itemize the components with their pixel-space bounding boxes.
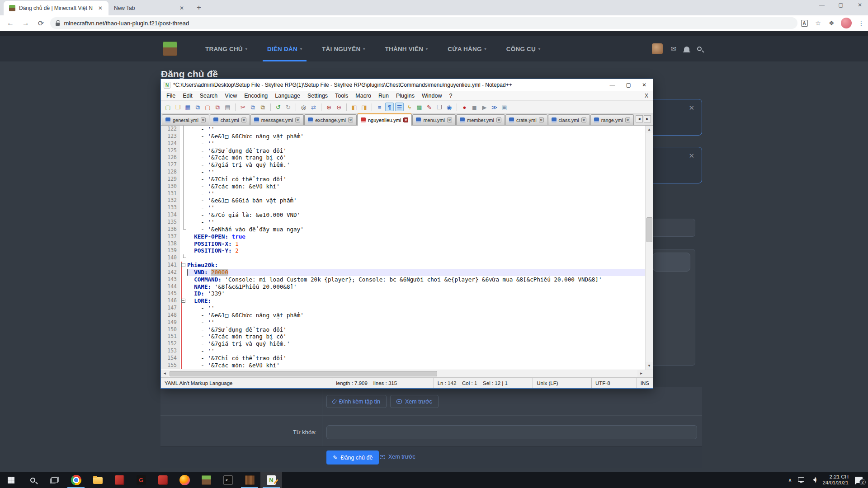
doc-tab-nguyenlieuyml[interactable]: nguyenlieu.yml✕ bbox=[357, 113, 412, 126]
window-minimize-button[interactable]: — bbox=[817, 2, 826, 8]
npp-toolbar-icon-25[interactable]: ¶ bbox=[385, 103, 394, 111]
npp-toolbar-icon-29[interactable]: ✎ bbox=[425, 103, 434, 111]
keyword-input[interactable] bbox=[326, 425, 697, 439]
npp-maximize-button[interactable]: ▢ bbox=[626, 82, 631, 88]
taskbar-button-chrome[interactable] bbox=[65, 472, 87, 488]
fold-margin[interactable] bbox=[180, 326, 187, 333]
fold-margin[interactable] bbox=[180, 247, 187, 254]
npp-menu-encoding[interactable]: Encoding bbox=[241, 93, 271, 99]
npp-toolbar-icon-4[interactable]: ▢ bbox=[203, 103, 212, 111]
back-button[interactable]: ← bbox=[3, 19, 18, 27]
npp-toolbar-icon-10[interactable]: ⧉ bbox=[259, 103, 267, 111]
reload-button[interactable]: ⟳ bbox=[33, 19, 49, 28]
doc-tab-crateyml[interactable]: crate.yml✕ bbox=[505, 114, 547, 125]
doc-tab-rangeyml[interactable]: range.yml✕ bbox=[590, 114, 634, 125]
npp-toolbar-icon-12[interactable]: ↺ bbox=[274, 103, 283, 111]
npp-toolbar-icon-2[interactable]: ▦ bbox=[184, 103, 192, 111]
taskbar-button-garena[interactable]: G bbox=[130, 472, 152, 488]
address-bar[interactable]: minecraftvn.net/thao-luan-plugin.f21/pos… bbox=[50, 17, 797, 29]
doc-tab-exchangeyml[interactable]: exchange.yml✕ bbox=[304, 114, 357, 125]
npp-menu-view[interactable]: View bbox=[221, 93, 241, 99]
npp-toolbar-icon-18[interactable]: ⊕ bbox=[325, 103, 333, 111]
taskbar-button-notepad-plus-plus[interactable]: N bbox=[260, 472, 282, 488]
forward-button[interactable]: → bbox=[18, 19, 33, 27]
npp-toolbar-icon-28[interactable]: ▩ bbox=[415, 103, 424, 111]
nav-item-1[interactable]: DIỄN ĐÀN▾ bbox=[257, 36, 312, 61]
browser-tab-active[interactable]: Đăng chủ đề | Minecraft Việt Nam ✕ bbox=[4, 1, 108, 15]
form-fragment-editor-control[interactable] bbox=[653, 253, 690, 272]
doc-tab-close-icon[interactable]: ✕ bbox=[295, 117, 300, 122]
alert-close-icon[interactable]: ✕ bbox=[689, 104, 694, 112]
fold-margin[interactable] bbox=[180, 183, 187, 190]
npp-toolbar-icon-1[interactable]: ❒ bbox=[174, 103, 182, 111]
window-maximize-button[interactable]: ▢ bbox=[836, 2, 845, 8]
taskbar-button-explorer[interactable] bbox=[87, 472, 108, 488]
taskbar-button-minecraft[interactable] bbox=[195, 472, 217, 488]
fold-margin[interactable] bbox=[180, 133, 187, 140]
fold-margin[interactable] bbox=[180, 269, 187, 276]
fold-margin[interactable] bbox=[180, 161, 187, 169]
npp-toolbar-icon-31[interactable]: ◉ bbox=[445, 103, 453, 111]
notifications-bell-icon[interactable] bbox=[684, 47, 689, 52]
fold-margin[interactable] bbox=[180, 276, 187, 283]
fold-margin[interactable] bbox=[180, 333, 187, 340]
taskbar-button-tlauncher[interactable] bbox=[239, 472, 260, 488]
npp-toolbar-icon-30[interactable]: ❒ bbox=[435, 103, 443, 111]
npp-toolbar-icon-24[interactable]: ≡ bbox=[375, 103, 384, 111]
doc-tab-generalyml[interactable]: general.yml✕ bbox=[162, 114, 209, 125]
scroll-up-icon[interactable]: ▲ bbox=[646, 126, 653, 133]
tab-close-icon[interactable]: ✕ bbox=[178, 5, 185, 12]
npp-title-bar[interactable]: N *C:\Users\admin\Desktop\Setup File - S… bbox=[161, 79, 653, 91]
tab-scroll-right-icon[interactable]: ► bbox=[644, 115, 651, 122]
nav-item-3[interactable]: THÀNH VIÊN▾ bbox=[375, 36, 438, 61]
fold-margin[interactable] bbox=[180, 312, 187, 319]
npp-toolbar-icon-0[interactable]: ▢ bbox=[164, 103, 172, 111]
npp-toolbar-icon-27[interactable]: ϟ bbox=[405, 103, 414, 111]
npp-toolbar-icon-19[interactable]: ⊖ bbox=[335, 103, 343, 111]
npp-menu-window[interactable]: Window bbox=[418, 93, 445, 99]
bookmark-star-icon[interactable]: ☆ bbox=[811, 19, 825, 27]
speaker-icon[interactable] bbox=[811, 478, 816, 482]
fold-margin[interactable] bbox=[180, 154, 187, 161]
npp-toolbar-icon-36[interactable]: ≫ bbox=[490, 103, 499, 111]
tray-chevron-icon[interactable]: ∧ bbox=[788, 477, 792, 483]
fold-margin[interactable] bbox=[180, 219, 187, 226]
npp-toolbar-icon-22[interactable]: ◨ bbox=[360, 103, 368, 111]
npp-menu-plugins[interactable]: Plugins bbox=[392, 93, 418, 99]
taskbar-button-app-red-1[interactable] bbox=[108, 472, 130, 488]
fold-margin[interactable] bbox=[180, 254, 187, 262]
search-icon[interactable] bbox=[697, 47, 702, 51]
doc-tab-chatyml[interactable]: chat.yml✕ bbox=[210, 114, 250, 125]
preview-button[interactable]: Xem trước bbox=[390, 395, 439, 408]
horizontal-scroll-thumb[interactable] bbox=[170, 371, 437, 376]
attach-file-button[interactable]: Đính kèm tập tin bbox=[326, 395, 387, 408]
npp-toolbar-icon-26[interactable]: ☰ bbox=[395, 103, 404, 111]
doc-tab-messagesyml[interactable]: messages.yml✕ bbox=[250, 114, 304, 125]
fold-margin[interactable] bbox=[180, 305, 187, 312]
fold-margin[interactable] bbox=[180, 147, 187, 155]
fold-margin[interactable] bbox=[180, 190, 187, 197]
npp-menu-search[interactable]: Search bbox=[196, 93, 222, 99]
fold-margin[interactable] bbox=[180, 283, 187, 291]
user-avatar[interactable] bbox=[652, 43, 663, 54]
vertical-scroll-thumb[interactable] bbox=[646, 217, 652, 242]
tab-scroll-left-icon[interactable]: ◄ bbox=[636, 115, 643, 122]
fold-margin[interactable] bbox=[180, 226, 187, 233]
npp-menu-macro[interactable]: Macro bbox=[352, 93, 375, 99]
npp-menu-file[interactable]: File bbox=[163, 93, 179, 99]
doc-tab-close-icon[interactable]: ✕ bbox=[201, 117, 206, 122]
extensions-icon[interactable]: ❖ bbox=[825, 19, 838, 27]
doc-tab-close-icon[interactable]: ✕ bbox=[539, 117, 544, 122]
doc-tab-menuyml[interactable]: menu.yml✕ bbox=[412, 114, 456, 125]
submit-thread-button[interactable]: ✎ Đăng chủ đề bbox=[326, 450, 379, 465]
npp-toolbar-icon-5[interactable]: ⧉ bbox=[213, 103, 222, 111]
nav-item-0[interactable]: TRANG CHỦ▾ bbox=[195, 36, 257, 61]
scroll-right-icon[interactable]: ► bbox=[637, 370, 645, 377]
site-logo[interactable] bbox=[163, 42, 177, 56]
fold-collapse-box[interactable] bbox=[181, 299, 185, 303]
fold-margin[interactable] bbox=[180, 347, 187, 355]
npp-toolbar-icon-34[interactable]: ◼ bbox=[470, 103, 479, 111]
npp-minimize-button[interactable]: — bbox=[610, 82, 615, 88]
npp-close-button[interactable]: ✕ bbox=[642, 82, 646, 88]
nav-item-5[interactable]: CÔNG CỤ▾ bbox=[496, 36, 550, 61]
